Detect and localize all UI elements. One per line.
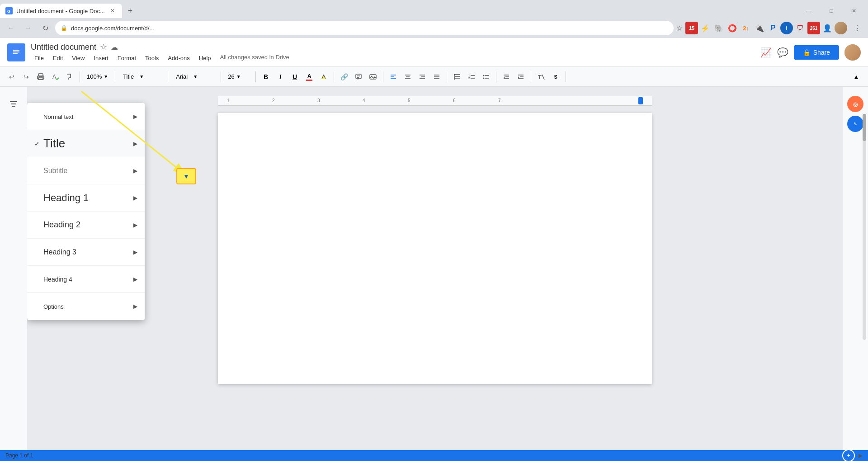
highlight-button[interactable]	[317, 71, 330, 83]
ext-icon-5[interactable]: 2↓	[740, 22, 752, 34]
align-right-button[interactable]	[416, 71, 429, 83]
increase-indent-button[interactable]	[514, 71, 527, 83]
underline-button[interactable]: U	[288, 71, 301, 83]
maximize-button[interactable]: □	[821, 4, 842, 18]
toolbar-divider-4	[221, 71, 221, 82]
spell-check-button[interactable]: A	[49, 71, 61, 83]
profile-icon[interactable]	[835, 22, 847, 34]
ext-icon-11[interactable]: 👤	[821, 22, 834, 34]
ext-icon-9[interactable]: 🛡	[794, 22, 807, 34]
align-left-button[interactable]	[387, 71, 400, 83]
style-item-heading-4[interactable]: Heading 4 ▶	[27, 266, 145, 293]
expand-icon[interactable]: ▶	[859, 452, 863, 459]
user-avatar[interactable]	[844, 44, 861, 61]
ext-icon-2[interactable]: ⚡	[699, 22, 712, 34]
menu-file[interactable]: File	[31, 54, 47, 62]
back-button[interactable]: ←	[4, 21, 18, 35]
forward-button[interactable]: →	[21, 21, 35, 35]
new-tab-button[interactable]: +	[124, 5, 137, 17]
active-tab[interactable]: G Untitled document - Google Doc... ✕	[0, 4, 122, 18]
font-color-button[interactable]: A	[303, 71, 316, 83]
window-controls: — □ ✕	[798, 4, 868, 18]
link-button[interactable]: 🔗	[338, 71, 350, 83]
ext-icon-10[interactable]: 261	[807, 22, 820, 34]
svg-rect-48	[12, 106, 15, 107]
share-lock-icon: 🔒	[803, 49, 811, 56]
redo-button[interactable]: ↪	[20, 71, 33, 83]
add-comment-button[interactable]	[352, 71, 365, 83]
ext-icon-7[interactable]: P	[767, 22, 779, 34]
arrow-icon-h1: ▶	[133, 195, 137, 201]
style-item-normal-text[interactable]: Normal text ▶	[27, 103, 145, 130]
address-bar[interactable]: 🔒 docs.google.com/document/d/...	[55, 21, 674, 35]
menu-insert[interactable]: Insert	[90, 54, 112, 62]
ai-bottom-icon[interactable]: ✦	[842, 449, 855, 461]
collapse-toolbar-button[interactable]: ▲	[850, 71, 863, 83]
ext-icon-1[interactable]: 15	[685, 22, 698, 34]
doc-menu: File Edit View Insert Format Tools Add-o…	[31, 54, 755, 62]
toolbar-divider-8	[447, 71, 447, 82]
style-item-subtitle[interactable]: Subtitle ▶	[27, 157, 145, 184]
tab-title: Untitled document - Google Doc...	[16, 8, 105, 14]
italic-button[interactable]: I	[274, 71, 287, 83]
scrollbar-track[interactable]	[863, 114, 866, 340]
font-size-dropdown-icon: ▼	[236, 74, 241, 79]
doc-title[interactable]: Untitled document	[31, 42, 96, 52]
explore-icon[interactable]: ✎	[847, 116, 863, 132]
star-icon[interactable]: ☆	[100, 42, 107, 52]
insert-image-button[interactable]	[367, 71, 379, 83]
align-justify-button[interactable]	[430, 71, 443, 83]
cloud-icon[interactable]: ☁	[111, 43, 118, 52]
comments-icon[interactable]: 💬	[777, 47, 788, 58]
style-item-heading-1[interactable]: Heading 1 ▶	[27, 184, 145, 212]
left-sidebar	[0, 87, 27, 450]
ai-assist-icon[interactable]: ◎	[847, 96, 863, 112]
style-item-heading-2[interactable]: Heading 2 ▶	[27, 212, 145, 239]
tab-favicon: G	[5, 7, 13, 14]
doc-title-area: Untitled document ☆ ☁ File Edit View Ins…	[31, 42, 755, 62]
style-item-title[interactable]: ✓ Title ▶	[27, 130, 145, 157]
ext-icon-3[interactable]: 🐘	[712, 22, 725, 34]
ext-icon-4[interactable]: ⭕	[726, 22, 739, 34]
strikethrough-button[interactable]: S	[549, 71, 562, 83]
scrollbar-thumb[interactable]	[863, 114, 866, 141]
close-button[interactable]: ✕	[844, 4, 864, 18]
bulleted-list-button[interactable]	[480, 71, 492, 83]
ext-icon-8[interactable]: i	[780, 22, 793, 34]
header-right: 📈 💬 🔒 Share	[760, 44, 861, 61]
ext-icon-6[interactable]: 🔌	[753, 22, 766, 34]
undo-button[interactable]: ↩	[5, 71, 18, 83]
menu-edit[interactable]: Edit	[49, 54, 66, 62]
toolbar-divider-5	[255, 71, 256, 82]
bold-button[interactable]: B	[259, 71, 272, 83]
menu-tools[interactable]: Tools	[142, 54, 162, 62]
clear-formatting-button[interactable]: T	[535, 71, 547, 83]
align-center-button[interactable]	[401, 71, 414, 83]
trending-icon[interactable]: 📈	[760, 47, 772, 58]
font-selector[interactable]: Arial ▼	[172, 72, 217, 81]
paint-format-button[interactable]	[63, 71, 76, 83]
menu-format[interactable]: Format	[114, 54, 140, 62]
minimize-button[interactable]: —	[798, 4, 819, 18]
print-button[interactable]	[34, 71, 47, 83]
chrome-menu-button[interactable]: ⋮	[850, 21, 864, 35]
reload-button[interactable]: ↻	[38, 21, 52, 35]
style-selector[interactable]: Title ▼	[119, 72, 164, 81]
style-item-heading-3[interactable]: Heading 3 ▶	[27, 239, 145, 266]
numbered-list-button[interactable]: 1.2.	[465, 71, 478, 83]
style-item-options[interactable]: Options ▶	[27, 293, 145, 320]
line-spacing-button[interactable]	[451, 71, 463, 83]
menu-addons[interactable]: Add-ons	[164, 54, 193, 62]
tab-close-button[interactable]: ✕	[108, 7, 117, 15]
bookmark-icon[interactable]: ☆	[676, 24, 683, 33]
menu-view[interactable]: View	[68, 54, 88, 62]
share-button[interactable]: 🔒 Share	[794, 45, 839, 60]
decrease-indent-button[interactable]	[500, 71, 513, 83]
font-size-selector[interactable]: 26 ▼	[225, 72, 252, 81]
outline-icon[interactable]	[5, 96, 22, 112]
menu-help[interactable]: Help	[195, 54, 215, 62]
arrow-icon-h3: ▶	[133, 249, 137, 255]
doc-area[interactable]: 1 2 3 4 5 6 7 Normal tex	[27, 87, 843, 450]
arrow-icon-title: ▶	[133, 141, 137, 147]
zoom-selector[interactable]: 100% ▼	[84, 72, 111, 81]
